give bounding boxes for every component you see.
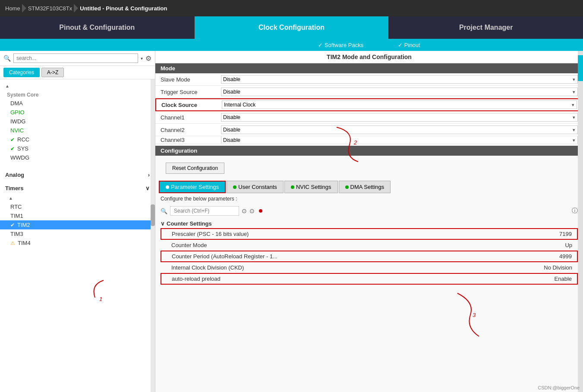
breadcrumb-home[interactable]: Home [5,5,20,12]
analog-expand-icon: › [148,172,150,178]
param-tab-dot [166,185,169,189]
trigger-source-label: Trigger Source [161,89,221,95]
timers-items: ▲ RTC TIM1 ✔ TIM2 TIM3 [0,193,155,248]
sidebar-scrollbar-thumb[interactable] [151,204,155,226]
channel3-select[interactable]: Disable [221,136,578,144]
sidebar-item-nvic[interactable]: NVIC [0,126,155,135]
sidebar-item-wwdg[interactable]: WWDG [0,153,155,162]
right-scrollbar-thumb[interactable] [578,55,583,81]
nvic-label: NVIC [10,127,24,134]
sidebar-item-sys[interactable]: ✔ SYS [0,144,155,153]
reset-btn-row: Reset Configuration [155,156,583,181]
config-tab-user-constants[interactable]: User Constants [227,181,284,193]
gpio-label: GPIO [10,109,25,116]
timers-label: Timers [5,185,23,191]
channel2-label: Channel2 [161,127,221,133]
wwdg-label: WWDG [10,154,29,161]
channel1-label: Channel1 [161,114,221,121]
watermark: CSDN:@biggerOne [538,385,580,390]
channel3-select-wrapper[interactable]: Disable [221,136,578,144]
reset-config-button[interactable]: Reset Configuration [166,163,224,174]
right-panel: TIM2 Mode and Configuration Mode Slave M… [155,51,583,392]
mode-row-ch2: Channel2 Disable [155,124,583,136]
mode-row-ch1: Channel1 Disable [155,111,583,124]
sidebar-item-tim3[interactable]: TIM3 [0,229,155,238]
right-scrollbar-track[interactable] [578,51,583,392]
channel3-label: Channel3 [161,137,221,143]
channel2-select-wrapper[interactable]: Disable [221,125,578,134]
tim2-check-icon: ✔ [10,222,15,228]
counter-period-label: Counter Period (AutoReload Register - 1.… [172,253,529,260]
nvic-tab-label: NVIC Settings [296,184,331,190]
sidebar-item-gpio[interactable]: GPIO [0,108,155,117]
tim4-warn-icon: ⚠ [10,240,15,246]
mode-row-clock: Clock Source Internal Clock [155,98,583,111]
slave-mode-select[interactable]: Disable [221,75,578,84]
tab-pinout[interactable]: Pinout & Configuration [0,16,195,39]
sidebar-tabs: Categories A->Z [0,66,155,79]
system-core-up-arrow: ▲ [5,84,9,88]
panel-title: TIM2 Mode and Configuration [155,51,583,63]
param-tab-label: Parameter Settings [171,184,219,190]
dma-tab-label: DMA Settings [350,184,384,190]
user-tab-dot [233,185,236,189]
sidebar-group-system: ▲ System Core DMA GPIO IWDG [0,81,155,163]
param-row-prescaler: Prescaler (PSC - 16 bits value) 7199 [161,228,578,240]
counter-settings-group[interactable]: ∨ Counter Settings [161,219,578,228]
params-configure-label: Configure the below parameters : [155,193,583,204]
timers-collapse-icon: ∨ [145,185,150,191]
prescaler-value: 7199 [529,231,572,237]
tim3-label: TIM3 [10,231,23,237]
clock-source-select-wrapper[interactable]: Internal Clock [222,100,577,109]
sidebar-tab-az[interactable]: A->Z [41,68,64,77]
mode-header: Mode [155,63,583,73]
counter-period-value: 4999 [529,253,572,260]
subtab-pinout[interactable]: ✓ Pinout [398,42,420,48]
sub-tab-bar: ✓ Software Packs ✓ Pinout [0,39,583,51]
tim4-label: TIM4 [18,240,31,246]
sidebar: 🔍 ▾ ⚙ Categories A->Z ▲ System [0,51,155,392]
tab-clock[interactable]: Clock Configuration [195,16,389,39]
search-input[interactable] [13,53,138,63]
sidebar-item-iwdg[interactable]: IWDG [0,117,155,126]
sidebar-group-timers[interactable]: Timers ∨ [0,183,155,193]
slave-mode-select-wrapper[interactable]: Disable [221,75,578,84]
sidebar-scrollbar-track[interactable] [151,79,155,392]
sidebar-item-dma[interactable]: DMA [0,99,155,108]
sys-check-icon: ✔ [10,146,15,152]
channel2-select[interactable]: Disable [221,125,578,134]
config-tab-nvic[interactable]: NVIC Settings [284,181,338,193]
param-row-counter-period: Counter Period (AutoReload Register - 1.… [161,251,578,262]
breadcrumb-device[interactable]: STM32F103C8Tx [28,5,72,12]
sidebar-group-analog[interactable]: Analog › [0,170,155,180]
subtab-software-packs[interactable]: ✓ Software Packs [318,42,363,48]
config-tab-parameters[interactable]: Parameter Settings [159,181,226,193]
trigger-source-select-wrapper[interactable]: Disable [221,88,578,96]
sidebar-item-tim2[interactable]: ✔ TIM2 [0,220,155,229]
breadcrumb-project[interactable]: Untitled - Pinout & Configuration [80,5,167,12]
main-layout: 🔍 ▾ ⚙ Categories A->Z ▲ System [0,51,583,392]
sidebar-item-tim1[interactable]: TIM1 [0,211,155,220]
params-prev-btn[interactable]: ⊙ [242,207,247,214]
sidebar-tab-categories[interactable]: Categories [3,68,40,77]
sidebar-item-tim4[interactable]: ⚠ TIM4 [0,238,155,248]
clock-source-select[interactable]: Internal Clock [222,100,577,109]
params-search-icon: 🔍 [161,208,167,214]
channel1-select-wrapper[interactable]: Disable [221,113,578,122]
gear-icon[interactable]: ⚙ [145,54,151,63]
sidebar-item-rtc[interactable]: RTC [0,202,155,211]
info-icon[interactable]: ⓘ [572,207,578,215]
sidebar-item-rcc[interactable]: ✔ RCC [0,135,155,144]
trigger-source-select[interactable]: Disable [221,88,578,96]
params-search-bar: 🔍 ⊙ ⊙ ⓘ [155,204,583,217]
tab-project[interactable]: Project Manager [389,16,583,39]
rtc-label: RTC [10,204,22,210]
mode-row-ch3: Channel3 Disable [155,136,583,144]
iwdg-label: IWDG [10,118,25,125]
params-search-input[interactable] [170,206,239,216]
config-tab-dma[interactable]: DMA Settings [339,181,391,193]
mode-section: Mode Slave Mode Disable Trigger Source [155,63,583,144]
param-row-ckd: Internal Clock Division (CKD) No Divisio… [161,262,578,273]
channel1-select[interactable]: Disable [221,113,578,122]
params-next-btn[interactable]: ⊙ [249,207,255,214]
